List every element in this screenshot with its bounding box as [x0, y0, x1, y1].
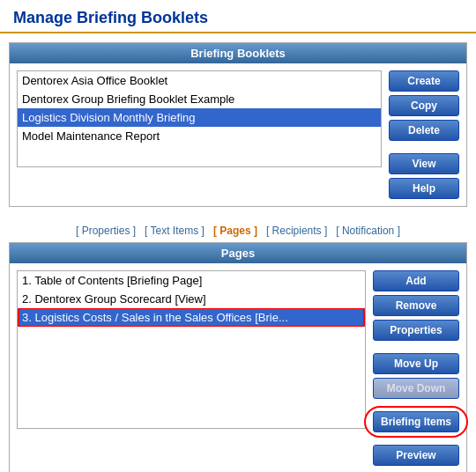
booklets-section: Briefing Booklets Dentorex Asia Office B… [9, 42, 467, 207]
delete-button[interactable]: Delete [389, 120, 459, 141]
create-button[interactable]: Create [389, 70, 459, 92]
view-button[interactable]: View [389, 153, 459, 174]
tab-notification[interactable]: [ Notification ] [332, 223, 404, 239]
add-button[interactable]: Add [373, 270, 459, 291]
tab-navigation: [ Properties ] [ Text Items ] [ Pages ] … [0, 216, 476, 242]
list-item[interactable]: Dentorex Asia Office Booklet [18, 71, 381, 90]
remove-button[interactable]: Remove [373, 295, 459, 316]
list-item[interactable]: 2. Dentorex Group Scorecard [View] [18, 290, 365, 308]
pages-section-body: 1. Table of Contents [Briefing Page] 2. … [10, 263, 466, 472]
pages-section: Pages 1. Table of Contents [Briefing Pag… [9, 242, 467, 472]
list-item[interactable]: Dentorex Group Briefing Booklet Example [18, 90, 381, 108]
booklets-section-header: Briefing Booklets [10, 43, 466, 63]
preview-button[interactable]: Preview [373, 445, 459, 466]
pages-list[interactable]: 1. Table of Contents [Briefing Page] 2. … [17, 270, 366, 429]
briefing-items-button[interactable]: Briefing Items [373, 411, 459, 432]
tab-text-items[interactable]: [ Text Items ] [141, 223, 208, 239]
move-up-button[interactable]: Move Up [373, 353, 459, 374]
help-button[interactable]: Help [389, 178, 459, 199]
list-item[interactable]: Logistics Division Monthly Briefing [18, 108, 381, 127]
briefing-items-wrapper: Briefing Items [373, 411, 459, 432]
pages-buttons: Add Remove Properties Move Up Move Down … [373, 270, 459, 466]
list-item[interactable]: Model Maintenance Report [18, 127, 381, 145]
copy-button[interactable]: Copy [389, 95, 459, 116]
tab-recipients[interactable]: [ Recipients ] [263, 223, 331, 239]
tab-pages[interactable]: [ Pages ] [210, 223, 261, 239]
booklets-list[interactable]: Dentorex Asia Office Booklet Dentorex Gr… [17, 70, 382, 167]
tab-properties[interactable]: [ Properties ] [72, 223, 139, 239]
list-item[interactable]: 3. Logistics Costs / Sales in the Sales … [18, 308, 365, 327]
properties-button[interactable]: Properties [373, 320, 459, 341]
booklets-section-body: Dentorex Asia Office Booklet Dentorex Gr… [10, 63, 466, 206]
booklets-buttons: Create Copy Delete View Help [389, 70, 459, 199]
page-title: Manage Briefing Booklets [0, 0, 476, 33]
pages-section-header: Pages [10, 243, 466, 263]
list-item[interactable]: 1. Table of Contents [Briefing Page] [18, 271, 365, 290]
move-down-button[interactable]: Move Down [373, 378, 459, 399]
